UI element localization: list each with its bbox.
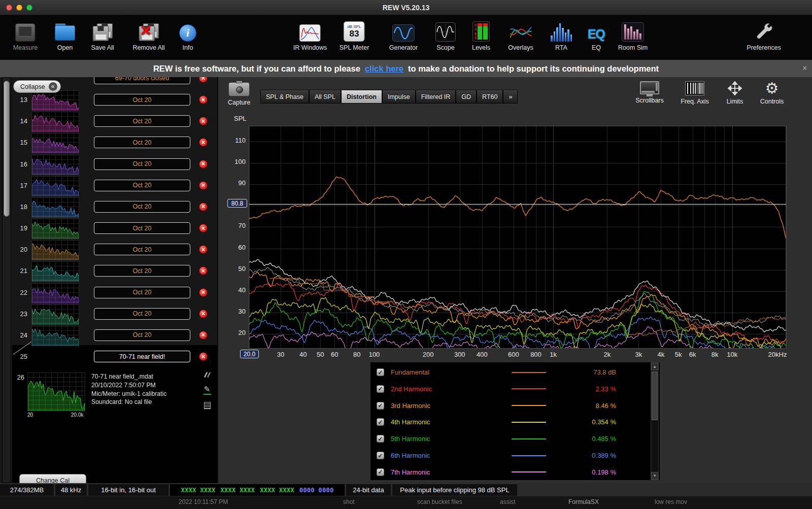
delete-measurement-button[interactable]: × <box>199 160 208 168</box>
legend-checkbox[interactable]: ✓ <box>377 452 384 459</box>
measure-button[interactable]: Measure <box>13 18 38 51</box>
delete-measurement-button[interactable]: × <box>199 310 208 318</box>
measurement-row[interactable]: 16Oct 20× <box>0 154 218 175</box>
generator-button[interactable]: Generator <box>389 18 418 51</box>
donation-link[interactable]: click here <box>365 64 403 74</box>
measurement-thumbnail[interactable] <box>31 240 79 260</box>
measurement-row[interactable]: 2570-71 near field!× <box>0 346 218 367</box>
tab-filtered-ir[interactable]: Filtered IR <box>416 90 456 104</box>
measurement-thumbnail[interactable] <box>31 176 79 196</box>
ir-windows-button[interactable]: IR Windows <box>293 18 327 51</box>
measurement-name-field[interactable]: Oct 20 <box>94 308 190 320</box>
measurement-thumbnail[interactable] <box>31 112 79 132</box>
freq-axis-button[interactable]: Freq. Axis <box>672 81 718 105</box>
measurement-thumbnail[interactable] <box>31 90 79 111</box>
legend-scrollbar[interactable]: ▲ ▼ <box>651 362 659 480</box>
rta-button[interactable]: RTA <box>551 18 572 51</box>
measurement-name-field[interactable]: Oct 20 <box>94 222 190 234</box>
measurement-thumbnail[interactable] <box>31 197 79 218</box>
legend-checkbox[interactable]: ✓ <box>377 418 384 426</box>
info-button[interactable]: i Info <box>179 18 196 51</box>
tab-impulse[interactable]: Impulse <box>382 90 416 104</box>
measurement-row[interactable]: 14Oct 20× <box>0 111 218 132</box>
levels-button[interactable]: 0369 Levels <box>472 18 490 51</box>
measurement-name-field[interactable]: Oct 20 <box>94 329 190 341</box>
open-button[interactable]: Open <box>55 18 75 51</box>
legend-checkbox[interactable]: ✓ <box>377 402 384 410</box>
measurement-row[interactable]: 15Oct 20× <box>0 132 218 153</box>
preferences-button[interactable]: Preferences <box>747 18 781 51</box>
tab-distortion[interactable]: Distortion <box>341 90 382 104</box>
trace-legend: ✓Fundamental73.8 dB✓2nd Harmonic2.33 %✓3… <box>370 362 660 480</box>
measurement-name-field[interactable]: Oct 20 <box>94 158 190 170</box>
delete-measurement-button[interactable]: × <box>199 77 208 83</box>
room-sim-button[interactable]: Room Sim <box>618 18 648 51</box>
legend-checkbox[interactable]: ✓ <box>377 368 384 376</box>
measurement-row[interactable]: 20Oct 20× <box>0 239 218 260</box>
measurement-name-field[interactable]: Oct 20 <box>94 244 190 255</box>
delete-measurement-button[interactable]: × <box>199 117 208 125</box>
notes-icon[interactable] <box>204 402 211 409</box>
delete-measurement-button[interactable]: × <box>199 288 208 297</box>
edit-pencil-icon[interactable]: ✎ <box>204 385 211 395</box>
measurement-row[interactable]: 23Oct 20× <box>0 303 218 325</box>
legend-checkbox[interactable]: ✓ <box>377 468 384 476</box>
measurement-name-field[interactable]: 70-71 near field! <box>94 351 190 362</box>
tab-all-spl[interactable]: All SPL <box>309 90 341 104</box>
remove-all-button[interactable]: × Remove All <box>132 18 164 51</box>
trace-tools-icon[interactable] <box>203 370 211 378</box>
scope-button[interactable]: Scope <box>435 18 456 51</box>
collapse-sidebar-button[interactable]: Collapse « <box>13 80 61 93</box>
measurement-name-field[interactable]: Oct 20 <box>94 287 190 298</box>
controls-button[interactable]: ⚙ Controls <box>749 81 795 105</box>
distortion-plot[interactable] <box>249 126 786 348</box>
legend-scrollbar-thumb[interactable] <box>652 371 658 420</box>
measurement-thumbnail[interactable] <box>31 261 79 282</box>
change-cal-button[interactable]: Change Cal <box>19 474 86 483</box>
spl-meter-button[interactable]: dB SPL83 SPL Meter <box>340 18 369 51</box>
delete-measurement-button[interactable]: × <box>199 352 208 361</box>
measurement-name-field[interactable]: Oct 20 <box>94 94 190 106</box>
collapse-chevron-icon: « <box>49 82 57 91</box>
scrollbars-button[interactable]: Scrollbars <box>627 81 672 104</box>
delete-measurement-button[interactable]: × <box>199 224 208 232</box>
measurement-thumbnail[interactable] <box>31 133 79 153</box>
eq-button[interactable]: EQ EQ <box>588 18 605 51</box>
measurement-thumbnail[interactable] <box>31 326 79 346</box>
overlays-button[interactable]: Overlays <box>508 18 533 51</box>
measurement-thumbnail[interactable] <box>31 283 79 303</box>
measurement-name-field[interactable]: Oct 20 <box>94 180 190 191</box>
measurement-row[interactable]: 17Oct 20× <box>0 175 218 196</box>
delete-measurement-button[interactable]: × <box>199 331 208 340</box>
delete-measurement-button[interactable]: × <box>199 95 208 104</box>
measurement-row[interactable]: 24Oct 20× <box>0 325 218 346</box>
delete-measurement-button[interactable]: × <box>199 202 208 211</box>
measurement-name-field[interactable]: Oct 20 <box>94 265 190 277</box>
legend-checkbox[interactable]: ✓ <box>377 385 384 393</box>
measurement-name-field[interactable]: Oct 20 <box>94 115 190 127</box>
measurement-thumbnail[interactable] <box>31 155 79 175</box>
tab-more[interactable]: » <box>503 90 518 104</box>
delete-measurement-button[interactable]: × <box>199 245 208 254</box>
delete-measurement-button[interactable]: × <box>199 138 208 147</box>
delete-measurement-button[interactable]: × <box>199 266 208 275</box>
measurement-row[interactable]: 21Oct 20× <box>0 260 218 282</box>
scroll-up-icon[interactable]: ▲ <box>651 363 658 370</box>
tab-rt60[interactable]: RT60 <box>477 90 503 104</box>
measurement-row[interactable]: 19Oct 20× <box>0 218 218 239</box>
scroll-down-icon[interactable]: ▼ <box>651 472 658 480</box>
measurement-name-field[interactable]: 69-70 doors closed <box>94 77 190 84</box>
delete-measurement-button[interactable]: × <box>199 181 208 190</box>
tab-gd[interactable]: GD <box>456 90 477 104</box>
measurement-name-field[interactable]: Oct 20 <box>94 137 190 148</box>
measurement-name-field[interactable]: Oct 20 <box>94 201 190 213</box>
tab-spl-phase[interactable]: SPL & Phase <box>260 90 309 104</box>
capture-button[interactable]: Capture <box>228 82 250 106</box>
banner-close-icon[interactable]: × <box>803 64 807 72</box>
measurement-row[interactable]: 18Oct 20× <box>0 196 218 218</box>
measurement-row[interactable]: 22Oct 20× <box>0 282 218 303</box>
save-all-button[interactable]: Save All <box>91 18 114 51</box>
legend-checkbox[interactable]: ✓ <box>377 435 384 443</box>
measurement-thumbnail[interactable] <box>31 219 79 239</box>
measurement-thumbnail[interactable] <box>31 304 79 325</box>
